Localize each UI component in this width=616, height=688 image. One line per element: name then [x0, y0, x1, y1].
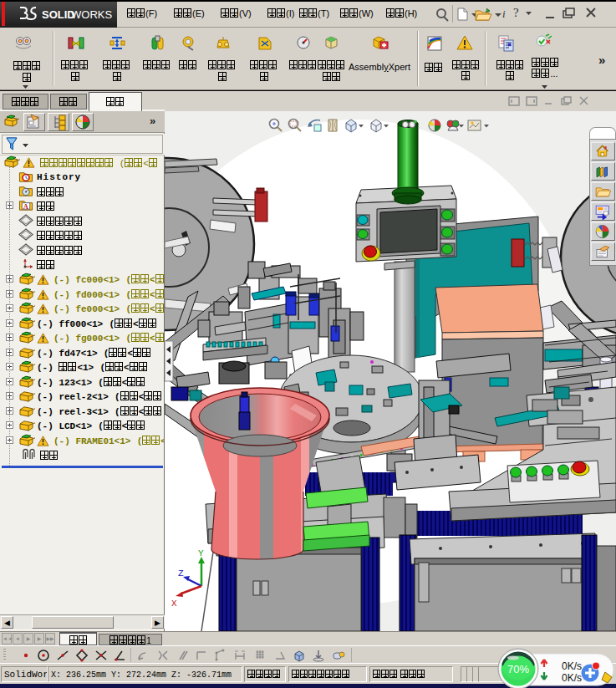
svg-text:Z: Z	[178, 568, 184, 578]
svg-text:Y: Y	[198, 548, 204, 558]
svg-text:A: A	[23, 202, 29, 211]
svg-text:0K/s: 0K/s	[562, 672, 582, 684]
svg-text:X: X	[171, 599, 177, 609]
svg-text:0K/s: 0K/s	[562, 660, 582, 672]
svg-text:70%: 70%	[507, 663, 529, 675]
